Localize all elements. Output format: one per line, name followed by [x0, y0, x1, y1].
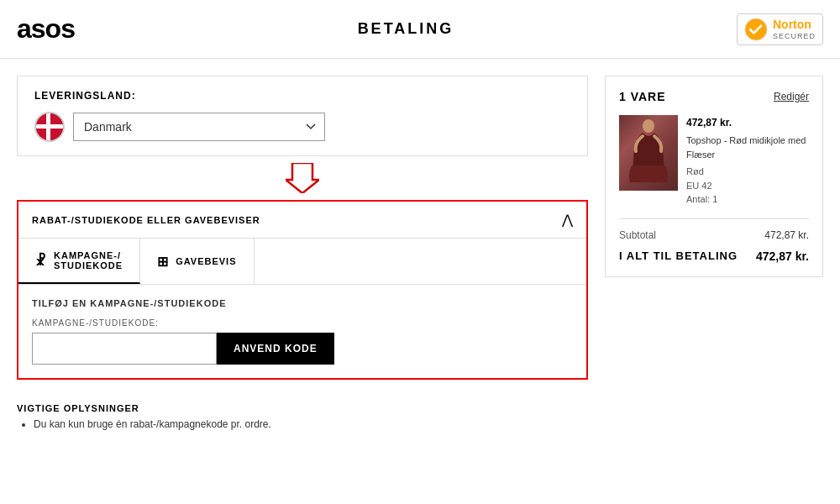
- apply-code-button[interactable]: ANVEND KODE: [217, 333, 334, 365]
- info-section: VIGTIGE OPLYSNINGER Du kan kun bruge én …: [17, 393, 588, 430]
- page-title: BETALING: [358, 20, 454, 38]
- norton-name: Norton: [773, 18, 816, 32]
- delivery-section: LEVERINGSLAND: Danmark Sverige Norge Tys…: [17, 76, 588, 156]
- left-panel: LEVERINGSLAND: Danmark Sverige Norge Tys…: [17, 76, 588, 487]
- right-panel: 1 VARE Redigér: [605, 76, 823, 487]
- product-info: 472,87 kr. Topshop - Rød midikjole med F…: [686, 115, 809, 207]
- info-item: Du kan kun bruge én rabat-/kampagnekode …: [34, 418, 588, 430]
- promo-subtitle: TILFØJ EN KAMPAGNE-/STUDIEKODE: [32, 298, 573, 308]
- tabs-row: ☧ KAMPAGNE-/ STUDIEKODE ⊞ GAVEBEVIS: [18, 238, 586, 285]
- product-row: 472,87 kr. Topshop - Rød midikjole med F…: [619, 115, 809, 207]
- subtotal-row: Subtotal 472,87 kr.: [619, 229, 809, 241]
- product-quantity: Antal: 1: [686, 192, 809, 207]
- norton-secured: SECURED: [773, 32, 816, 41]
- svg-marker-1: [286, 163, 319, 193]
- tab-campaign-label: KAMPAGNE-/ STUDIEKODE: [54, 250, 123, 270]
- main-content: LEVERINGSLAND: Danmark Sverige Norge Tys…: [0, 59, 840, 504]
- subtotal-label: Subtotal: [619, 229, 656, 241]
- chevron-up-icon: ⋀: [562, 212, 573, 228]
- info-title: VIGTIGE OPLYSNINGER: [17, 403, 588, 413]
- summary-header: 1 VARE Redigér: [619, 90, 809, 103]
- norton-icon: [744, 18, 768, 41]
- country-select[interactable]: Danmark Sverige Norge Tyskland UK: [73, 113, 325, 141]
- dress-svg: [627, 119, 669, 186]
- country-row: Danmark Sverige Norge Tyskland UK: [34, 112, 570, 142]
- asos-logo: asos: [17, 13, 75, 45]
- code-input-row: ANVEND KODE: [32, 333, 573, 365]
- denmark-flag: [34, 112, 65, 142]
- product-image: [619, 115, 678, 191]
- delivery-label: LEVERINGSLAND:: [34, 90, 570, 102]
- info-list: Du kan kun bruge én rabat-/kampagnekode …: [17, 418, 588, 430]
- tab-campaign[interactable]: ☧ KAMPAGNE-/ STUDIEKODE: [18, 239, 140, 284]
- promo-body: TILFØJ EN KAMPAGNE-/STUDIEKODE KAMPAGNE-…: [18, 285, 586, 378]
- code-label: KAMPAGNE-/STUDIEKODE:: [32, 318, 573, 328]
- down-arrow-icon: [286, 163, 319, 193]
- subtotal-value: 472,87 kr.: [764, 229, 809, 241]
- arrow-indicator: [17, 163, 588, 193]
- edit-link[interactable]: Redigér: [774, 91, 809, 102]
- product-name: Topshop - Rød midikjole med Flæser: [686, 134, 809, 161]
- norton-text: Norton SECURED: [773, 18, 816, 41]
- svg-point-2: [643, 119, 654, 133]
- order-summary: 1 VARE Redigér: [605, 76, 823, 277]
- tag-icon: ☧: [35, 253, 47, 269]
- flag-dk-inner: [36, 112, 63, 142]
- page-header: asos BETALING Norton SECURED: [0, 0, 840, 59]
- product-price: 472,87 kr.: [686, 115, 809, 130]
- divider: [619, 218, 809, 219]
- norton-badge: Norton SECURED: [737, 13, 823, 45]
- product-size: EU 42: [686, 179, 809, 193]
- tab-giftcard-label: GAVEBEVIS: [176, 256, 236, 266]
- giftcard-icon: ⊞: [157, 254, 169, 270]
- item-count: 1 VARE: [619, 90, 666, 103]
- total-value: 472,87 kr.: [756, 249, 809, 263]
- total-row: I ALT TIL BETALING 472,87 kr.: [619, 249, 809, 263]
- promo-section: RABAT-/STUDIEKODE ELLER GAVEBEVISER ⋀ ☧ …: [17, 200, 588, 380]
- product-color: Rød: [686, 165, 809, 179]
- product-image-inner: [619, 115, 678, 191]
- tab-giftcard[interactable]: ⊞ GAVEBEVIS: [140, 239, 254, 284]
- total-label: I ALT TIL BETALING: [619, 249, 738, 262]
- promo-header[interactable]: RABAT-/STUDIEKODE ELLER GAVEBEVISER ⋀: [18, 202, 586, 238]
- code-input[interactable]: [32, 333, 217, 365]
- promo-title: RABAT-/STUDIEKODE ELLER GAVEBEVISER: [32, 215, 260, 225]
